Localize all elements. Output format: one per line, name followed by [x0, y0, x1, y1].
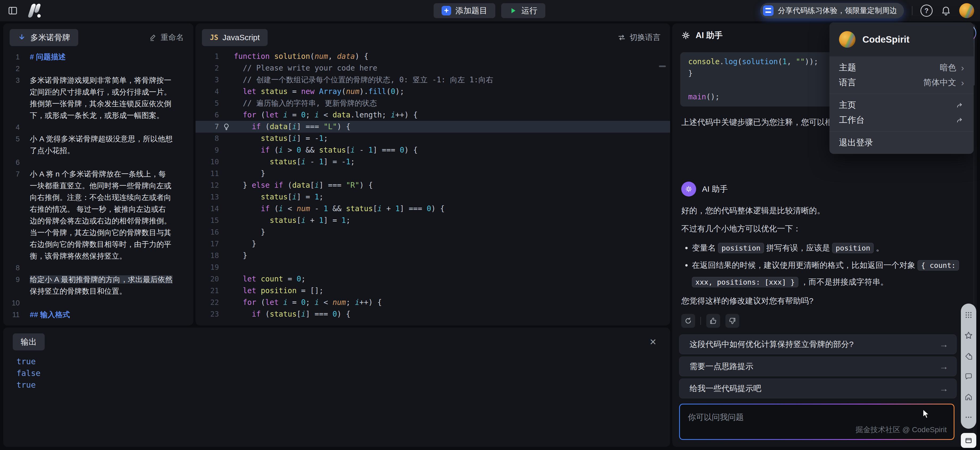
problem-text: 小 A 将 n 个多米诺骨牌放在一条线上，每一块都垂直竖立。他同时将一些骨牌向左… [30, 168, 173, 262]
pencil-icon [149, 34, 157, 41]
code-text: } [234, 238, 670, 250]
code-line[interactable]: 22 for (let i = 0; i < num; i++) { [196, 297, 670, 308]
problem-text: 多米诺骨牌游戏规则非常简单，将骨牌按一定间距的尺寸排成单行，或分行排成一片。推倒… [30, 75, 173, 121]
menu-item-退出登录[interactable]: 退出登录 [829, 135, 974, 150]
menu-item-语言[interactable]: 语言简体中文› [829, 75, 974, 90]
chip-label: 这段代码中如何优化计算保持竖立骨牌的部分? [689, 339, 854, 350]
code-line[interactable]: 6 for (let i = 0; i < data.length; i++) … [196, 109, 670, 121]
rename-button[interactable]: 重命名 [149, 32, 184, 43]
menu-username: CodeSpirit [862, 34, 910, 45]
menu-item-工作台[interactable]: 工作台 [829, 113, 974, 128]
code-line[interactable]: 1function solution(num, data) { [196, 51, 670, 62]
line-number: 5 [3, 133, 30, 145]
code-text: if (status[i] === 0) { [234, 308, 670, 320]
code-line[interactable]: 11 } [196, 168, 670, 179]
code-line[interactable]: 8 status[i] = -1; [196, 132, 670, 144]
line-number: 2 [196, 62, 219, 74]
play-icon [509, 6, 517, 14]
language-tab-label: JavaScript [223, 33, 259, 42]
code-line[interactable]: 21 let position = []; [196, 285, 670, 297]
menu-item-主页[interactable]: 主页 [829, 98, 974, 113]
code-line[interactable]: 7 if (data[i] === "L") { [196, 121, 670, 132]
line-number: 14 [196, 203, 219, 215]
external-link-icon [956, 116, 964, 124]
menu-avatar [839, 31, 856, 48]
code-line[interactable]: 5 // 遍历输入的字符串, 更新骨牌的状态 [196, 97, 670, 109]
code-line[interactable]: 9 if (i > 0 && status[i - 1] === 0) { [196, 144, 670, 156]
code-practice-app: 添加题目 运行 分享代码练习体验，领限量定制周边 ? [0, 0, 980, 450]
ai-panel-title: AI 助手 [696, 30, 723, 41]
editor-panel: JS JavaScript 切换语言 1function solution(nu… [196, 24, 670, 326]
help-icon[interactable]: ? [920, 5, 933, 17]
code-line[interactable]: 12 } else if (data[i] === "R") { [196, 179, 670, 191]
code-text [234, 262, 670, 273]
problem-tab[interactable]: 多米诺骨牌 [10, 29, 78, 46]
suggestion-chip[interactable]: 需要一点思路提示→ [679, 357, 956, 376]
ellipsis-icon[interactable] [964, 413, 972, 421]
window-button[interactable] [961, 433, 976, 448]
thumbs-down-button[interactable] [725, 314, 739, 328]
code-line[interactable]: 10 status[i - 1] = -1; [196, 156, 670, 168]
promo-badge[interactable]: 分享代码练习体验，领限量定制周边 [760, 3, 904, 18]
line-number: 4 [196, 86, 219, 97]
app-logo[interactable] [30, 4, 41, 18]
add-problem-button[interactable]: 添加题目 [434, 3, 495, 18]
problem-markdown[interactable]: 1# 问题描述2 3多米诺骨牌游戏规则非常简单，将骨牌按一定间距的尺寸排成单行，… [3, 47, 193, 321]
menu-item-主题[interactable]: 主题暗色› [829, 60, 974, 75]
code-line[interactable]: 16 } [196, 226, 670, 238]
user-avatar[interactable] [959, 3, 974, 18]
code-line[interactable]: 17 } [196, 238, 670, 250]
problem-text [30, 156, 173, 168]
code-text: if (data[i] === "L") { [234, 121, 670, 132]
line-number: 20 [196, 273, 219, 285]
lightbulb-icon[interactable] [219, 121, 234, 132]
output-tab[interactable]: 输出 [13, 334, 45, 350]
line-number: 16 [196, 226, 219, 238]
grid-icon[interactable] [964, 311, 972, 319]
code-line[interactable]: 4 let status = new Array(num).fill(0); [196, 86, 670, 97]
top-bar: 添加题目 运行 分享代码练习体验，领限量定制周边 ? [0, 0, 980, 21]
ai-paragraph: 不过有几个小地方可以优化一下： [681, 223, 965, 235]
code-editor[interactable]: 1function solution(num, data) {2 // Plea… [196, 47, 670, 320]
user-dropdown-menu: CodeSpirit 主题暗色›语言简体中文›主页工作台退出登录 [829, 22, 974, 154]
run-button[interactable]: 运行 [501, 3, 545, 18]
code-line[interactable]: 14 if (i < num - 1 && status[i + 1] === … [196, 203, 670, 215]
code-line[interactable]: 19 [196, 262, 670, 273]
line-number: 9 [3, 274, 30, 286]
ai-sender-label: AI 助手 [702, 184, 728, 195]
arrow-right-icon: → [939, 339, 948, 349]
tag-icon[interactable] [964, 352, 973, 361]
code-line[interactable]: 13 status[i] = 1; [196, 191, 670, 203]
code-line[interactable]: 3 // 创建一个数组记录每个位置的骨牌的状态, 0: 竖立 -1: 向左 1:… [196, 74, 670, 86]
sidebar-toggle-icon[interactable] [8, 5, 18, 16]
code-line[interactable]: 2 // Please write your code here [196, 62, 670, 74]
thumbs-up-button[interactable] [706, 314, 720, 328]
notifications-icon[interactable] [941, 5, 951, 16]
switch-language-button[interactable]: 切换语言 [617, 32, 660, 43]
home-icon[interactable] [964, 393, 973, 401]
code-line[interactable]: 15 status[i + 1] = 1; [196, 215, 670, 226]
output-line: true [16, 356, 670, 367]
regenerate-button[interactable] [681, 314, 695, 328]
line-number: 8 [196, 132, 219, 144]
code-line[interactable]: 18 } [196, 250, 670, 262]
line-number: 10 [196, 156, 219, 168]
language-tab[interactable]: JS JavaScript [202, 29, 267, 46]
promo-badge-label: 分享代码练习体验，领限量定制周边 [778, 6, 897, 16]
problem-text: 小 A 觉得多米诺骨牌超级没意思，所以他想了点小花招。 [30, 133, 173, 156]
problem-line: 4 [3, 121, 193, 133]
line-number: 15 [196, 215, 219, 226]
code-line[interactable]: 20 let count = 0; [196, 273, 670, 285]
code-line[interactable]: 23 if (status[i] === 0) { [196, 308, 670, 320]
suggestion-chip[interactable]: 给我一些代码提示吧→ [679, 379, 956, 398]
add-problem-label: 添加题目 [455, 5, 487, 16]
star-icon[interactable] [964, 331, 973, 340]
suggestion-chip[interactable]: 这段代码中如何优化计算保持竖立骨牌的部分?→ [679, 334, 956, 354]
floating-toolbar [961, 303, 976, 429]
menu-item-label: 语言 [839, 77, 856, 88]
chevron-right-icon: › [961, 78, 964, 87]
problem-text: ## 输入格式 [30, 309, 173, 321]
close-icon[interactable]: × [650, 336, 656, 348]
comment-icon[interactable] [964, 372, 973, 381]
ai-question-input[interactable]: 你可以问我问题 掘金技术社区 @ CodeSpirit [680, 404, 954, 439]
